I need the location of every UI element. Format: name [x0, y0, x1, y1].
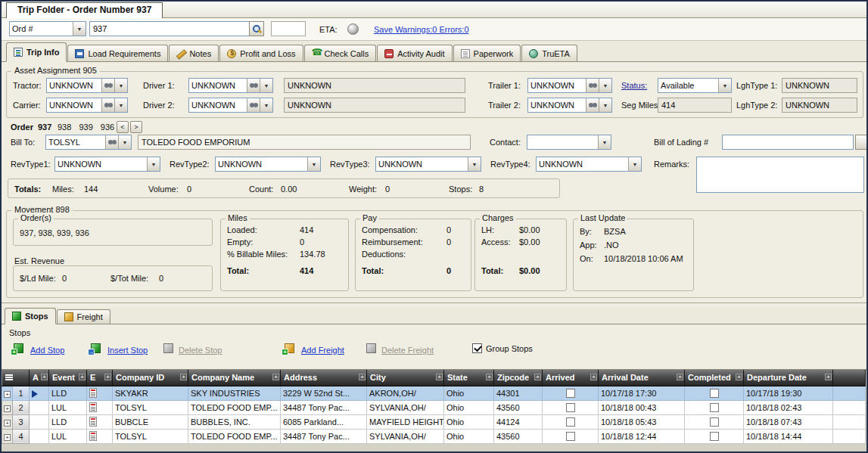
tab-profit-and-loss[interactable]: Profit and Loss [219, 45, 303, 61]
search-type-combo[interactable]: Ord # [9, 21, 86, 36]
tab-stops[interactable]: Stops [5, 308, 56, 324]
note-icon[interactable] [89, 388, 97, 398]
bill-to-combo[interactable]: TOLSYL [45, 135, 132, 150]
row-expander[interactable] [2, 414, 13, 429]
tab-freight[interactable]: Freight [57, 309, 110, 324]
chevron-down-icon[interactable] [628, 157, 641, 171]
completed-checkbox[interactable] [710, 389, 719, 398]
column-resize-icon[interactable] [677, 374, 683, 380]
col-header-extra[interactable] [833, 370, 866, 386]
table-row[interactable]: 4 LUL TOLSYL TOLEDO FOOD EMP... 34487 To… [2, 429, 866, 443]
arrived-checkbox[interactable] [566, 389, 575, 398]
chevron-down-icon[interactable] [260, 79, 272, 92]
tractor-combo[interactable]: UNKNOWN [46, 78, 128, 93]
completed-checkbox[interactable] [710, 432, 719, 441]
note-icon[interactable] [89, 402, 97, 412]
column-resize-icon[interactable] [79, 374, 86, 380]
col-header-a[interactable]: A [30, 370, 49, 386]
chevron-down-icon[interactable] [599, 98, 611, 112]
row-number[interactable]: 3 [13, 414, 30, 429]
chevron-down-icon[interactable] [599, 79, 611, 92]
add-freight-icon[interactable] [285, 343, 294, 353]
insert-stop-icon[interactable] [91, 343, 101, 353]
col-header-e[interactable]: E [87, 370, 113, 386]
drill-icon[interactable] [101, 98, 114, 112]
drill-icon[interactable] [586, 98, 599, 112]
col-header-arrived[interactable]: Arrived [543, 370, 599, 386]
note-icon[interactable] [89, 431, 97, 441]
insert-stop-link[interactable]: Insert Stop [107, 345, 148, 355]
chevron-down-icon[interactable] [598, 135, 611, 149]
cell-e[interactable] [87, 400, 113, 414]
column-resize-icon[interactable] [272, 374, 279, 380]
table-row[interactable]: 3 LLD BUBCLE BUBBLES, INC. 6085 Parkland… [2, 414, 866, 429]
contact-combo[interactable] [527, 135, 611, 150]
aux-field[interactable] [271, 21, 306, 36]
col-header-arrival-date[interactable]: Arrival Date [599, 370, 685, 386]
revtype3-combo[interactable]: UNKNOWN [375, 157, 481, 172]
cell-e[interactable] [87, 414, 113, 429]
bol-input[interactable] [722, 135, 854, 150]
row-expander[interactable] [2, 400, 13, 414]
tab-notes[interactable]: Notes [169, 45, 219, 61]
add-freight-link[interactable]: Add Freight [301, 345, 344, 355]
next-order-button[interactable] [130, 121, 142, 133]
arrived-checkbox[interactable] [566, 403, 575, 412]
col-header-departure-date[interactable]: Departure Date [744, 370, 833, 386]
col-header-completed[interactable]: Completed [685, 370, 744, 386]
chevron-down-icon[interactable] [118, 135, 131, 149]
column-resize-icon[interactable] [180, 374, 187, 380]
column-resize-icon[interactable] [736, 374, 742, 380]
cell-e[interactable] [87, 386, 113, 400]
note-icon[interactable] [89, 417, 97, 427]
revtype1-combo[interactable]: UNKNOWN [54, 157, 160, 172]
column-resize-icon[interactable] [436, 374, 443, 380]
col-header-event[interactable]: Event [49, 370, 87, 386]
window-title-tab[interactable]: Trip Folder - Order Number 937 [6, 2, 163, 18]
col-header-company-name[interactable]: Company Name [188, 370, 281, 386]
driver1-combo[interactable]: UNKNOWN [188, 78, 273, 93]
order-current[interactable]: 937 [38, 119, 51, 135]
trailer2-combo[interactable]: UNKNOWN [527, 98, 612, 113]
column-resize-icon[interactable] [41, 374, 48, 380]
group-stops-checkbox[interactable] [472, 343, 482, 353]
driver2-combo[interactable]: UNKNOWN [188, 98, 273, 113]
chevron-down-icon[interactable] [147, 157, 160, 171]
tab-trip-info[interactable]: Trip Info [6, 42, 67, 62]
column-resize-icon[interactable] [486, 374, 493, 380]
revtype4-combo[interactable]: UNKNOWN [536, 157, 642, 172]
arrived-checkbox[interactable] [566, 417, 575, 427]
chevron-down-icon[interactable] [718, 79, 731, 92]
tab-trueta[interactable]: TruETA [521, 45, 577, 61]
row-expander[interactable] [2, 429, 13, 443]
table-row[interactable]: 2 LUL TOLSYL TOLEDO FOOD EMP... 34487 To… [2, 400, 866, 414]
tab-activity-audit[interactable]: Activity Audit [377, 45, 452, 61]
trailer1-combo[interactable]: UNKNOWN [527, 78, 612, 93]
chevron-down-icon[interactable] [73, 22, 86, 36]
add-stop-link[interactable]: Add Stop [30, 345, 64, 355]
drill-icon[interactable] [586, 79, 599, 92]
col-header-city[interactable]: City [367, 370, 444, 386]
drill-icon[interactable] [101, 79, 114, 92]
column-resize-icon[interactable] [534, 374, 541, 380]
row-number[interactable]: 2 [13, 400, 30, 414]
remarks-input[interactable] [696, 157, 864, 193]
tab-load-requirements[interactable]: Load Requirements [67, 45, 168, 61]
chevron-down-icon[interactable] [307, 157, 320, 171]
column-resize-icon[interactable] [359, 374, 366, 380]
revtype2-combo[interactable]: UNKNOWN [215, 157, 321, 172]
order-others[interactable]: 938 939 936 [58, 119, 114, 135]
completed-checkbox[interactable] [710, 403, 719, 412]
table-row[interactable]: 1 LLD SKYAKR SKY INDUSTRIES 3229 W 52nd … [2, 386, 866, 400]
chevron-down-icon[interactable] [468, 157, 481, 171]
chevron-down-icon[interactable] [260, 98, 272, 112]
drill-icon[interactable] [247, 79, 260, 92]
col-header-company-id[interactable]: Company ID [113, 370, 188, 386]
row-expander[interactable] [2, 386, 13, 400]
order-number-input[interactable] [89, 21, 250, 36]
col-header-state[interactable]: State [444, 370, 494, 386]
column-resize-icon[interactable] [825, 374, 832, 380]
arrived-checkbox[interactable] [566, 432, 575, 441]
delete-freight-link[interactable]: Delete Freight [381, 345, 434, 355]
save-warnings-link[interactable]: Save Warnings:0 Errors:0 [374, 24, 469, 35]
